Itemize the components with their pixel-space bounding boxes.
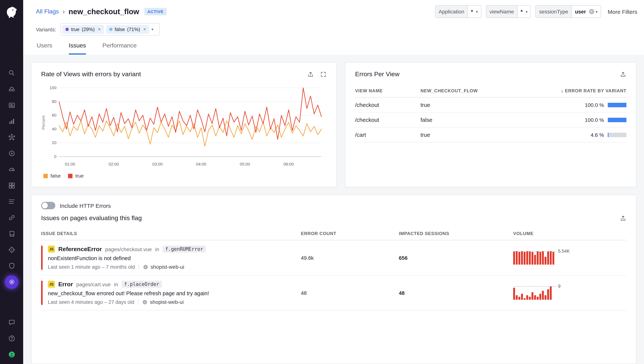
rate-bar [608, 102, 626, 107]
last-seen: Last seen 4 minutes ago – 27 days old [48, 299, 134, 305]
issue-row[interactable]: JS ReferenceError pages/checkout.vue in … [41, 240, 626, 276]
error-rate-chart-card: Rate of Views with errors by variant Per… [31, 62, 337, 187]
sidebar-item-apm[interactable] [0, 210, 23, 226]
errors-per-view-card: Errors Per View VIEW NAME NEW_CHECKOUT_F… [345, 62, 636, 187]
search-icon [8, 69, 16, 77]
clear-filter-icon[interactable]: ✕ [589, 9, 594, 14]
variant-chip-false[interactable]: false (71%) ✕ [106, 25, 149, 34]
volume-minichart [513, 251, 555, 264]
sessiontype-filter[interactable]: sessionType user ✕ ▾ [536, 5, 601, 18]
tab-users[interactable]: Users [37, 42, 52, 54]
export-button[interactable] [620, 71, 626, 78]
sidebar-item-support-chat[interactable] [0, 314, 23, 330]
expand-button[interactable] [320, 71, 327, 78]
breadcrumb-all-flags-link[interactable]: All Flags [36, 8, 59, 15]
sidebar-item-logs[interactable] [0, 194, 23, 210]
application-filter-value: * [468, 8, 476, 14]
in-label: in [114, 281, 118, 287]
sidebar-item-dashboards[interactable] [0, 162, 23, 178]
cluster-icon [8, 134, 16, 141]
table-row[interactable]: /checkout true 100.0 % [355, 98, 626, 112]
sidebar-item-events[interactable] [0, 97, 23, 113]
rate-value: 100.0 % [585, 102, 604, 108]
table-row[interactable]: /cart true 4.6 % [355, 128, 626, 142]
service-tag[interactable]: shopist-web-ui [142, 299, 184, 305]
tab-issues[interactable]: Issues [69, 42, 86, 54]
error-message: new_checkout_flow errored out! Please re… [48, 290, 209, 296]
svg-text:80: 80 [52, 99, 56, 104]
svg-text:03:00: 03:00 [152, 162, 162, 166]
sidebar-item-integrations[interactable] [0, 178, 23, 194]
error-count-cell: 48 [301, 290, 399, 296]
table-row[interactable]: /checkout false 100.0 % [355, 112, 626, 128]
legend-item-false[interactable]: false [43, 173, 61, 179]
sidebar-item-user-avatar[interactable] [0, 346, 23, 362]
chevron-down-icon[interactable]: ▾ [152, 27, 156, 32]
error-accent-bar [41, 246, 42, 270]
include-http-errors-toggle[interactable] [41, 202, 55, 209]
col-volume: VOLUME [513, 231, 626, 236]
sidebar-item-error-tracking[interactable] [0, 242, 23, 258]
variants-label: Variants: [36, 26, 56, 32]
sidebar-item-help[interactable] [0, 330, 23, 346]
page-title: new_checkout_flow [68, 7, 139, 16]
sidebar-nav [0, 65, 23, 290]
pipeline-icon [8, 198, 16, 206]
newspaper-icon [8, 101, 16, 109]
col-flag-name[interactable]: NEW_CHECKOUT_FLOW [420, 88, 507, 93]
shield-icon [8, 262, 16, 270]
sidebar-item-watchdog[interactable] [0, 81, 23, 97]
legend-swatch-false [43, 174, 48, 178]
view-name-cell: /checkout [355, 116, 420, 123]
line-chart: 02040608010001:0002:0003:0004:0005:0006:… [46, 83, 324, 169]
sidebar-item-metrics[interactable] [0, 113, 23, 129]
export-icon [620, 215, 626, 222]
tab-bar: Users Issues Performance [36, 42, 640, 54]
error-message: nonExistentFunction is not defined [48, 255, 206, 261]
target-icon [8, 246, 16, 254]
sidebar-item-search[interactable] [0, 65, 23, 81]
sidebar-item-notebooks[interactable] [0, 226, 23, 242]
viewname-filter-value: * [518, 8, 526, 14]
application-filter[interactable]: Application * ▾ [435, 5, 481, 18]
gear-icon [8, 278, 16, 286]
sidebar-bottom-nav [0, 314, 23, 364]
datadog-logo[interactable] [5, 4, 18, 20]
variant-chip-true[interactable]: true (29%) ✕ [62, 25, 104, 34]
breadcrumb-separator: › [62, 8, 65, 16]
col-impacted-sessions: IMPACTED SESSIONS [399, 231, 513, 236]
col-view-name[interactable]: VIEW NAME [355, 88, 420, 93]
rate-value: 4.6 % [590, 132, 604, 138]
legend-item-true[interactable]: true [68, 173, 84, 179]
volume-peak-line [513, 286, 556, 286]
app-window: All Flags › new_checkout_flow ACTIVE App… [0, 0, 644, 364]
chevron-down-icon: ▾ [596, 10, 601, 14]
close-icon[interactable]: ✕ [98, 27, 101, 32]
sidebar-item-synthetics[interactable] [0, 146, 23, 162]
globe-icon [142, 264, 148, 270]
export-button[interactable] [620, 215, 626, 222]
variant-false-pct: (71%) [127, 26, 140, 32]
service-tag[interactable]: shopist-web-ui [142, 264, 184, 270]
variant-false-name: false [114, 26, 125, 32]
blocks-icon [8, 182, 16, 190]
svg-text:0: 0 [54, 154, 56, 159]
issue-row[interactable]: JS Error pages/cart.vue in f.placeOrder … [41, 276, 626, 310]
export-button[interactable] [307, 71, 314, 78]
col-error-rate[interactable]: ↓ERROR RATE BY VARIANT [507, 88, 626, 94]
issues-table-header: ISSUE DETAILS ERROR COUNT IMPACTED SESSI… [41, 227, 626, 240]
more-filters-button[interactable]: More Filters [606, 8, 640, 15]
last-seen: Last seen 1 minute ago – 7 months old [48, 264, 135, 270]
chart-legend: false true [41, 173, 327, 179]
sidebar-item-settings-active[interactable] [0, 274, 23, 290]
viewname-filter[interactable]: viewName * ▾ [486, 5, 531, 18]
sidebar-item-service-map[interactable] [0, 129, 23, 146]
circle-dot-icon [8, 150, 16, 157]
close-icon[interactable]: ✕ [143, 27, 146, 32]
impacted-sessions-cell: 48 [399, 290, 513, 296]
tab-performance[interactable]: Performance [102, 42, 136, 54]
globe-icon [142, 299, 148, 305]
chat-bubble-icon [8, 318, 16, 326]
legend-label-true: true [75, 173, 84, 179]
sidebar-item-security[interactable] [0, 258, 23, 274]
